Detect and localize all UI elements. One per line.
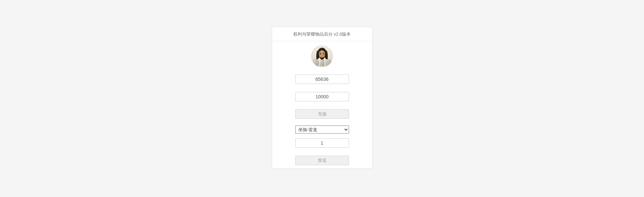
svg-point-2 — [325, 59, 331, 66]
panel-header: 权利与荣耀物品后台 v2.0版本 — [272, 27, 372, 41]
recharge-button[interactable]: 充值 — [295, 109, 349, 119]
panel-title: 权利与荣耀物品后台 v2.0版本 — [293, 31, 351, 37]
svg-point-5 — [320, 54, 321, 54]
item-select[interactable]: 坐骑-雷龙 — [295, 126, 349, 134]
avatar-image — [311, 45, 333, 67]
id-input[interactable] — [295, 75, 349, 84]
svg-point-1 — [313, 59, 319, 66]
avatar — [311, 45, 333, 67]
admin-panel: 权利与荣耀物品后台 v2.0版本 — [272, 27, 373, 169]
svg-point-6 — [323, 54, 324, 54]
send-button[interactable]: 发送 — [295, 156, 349, 165]
quantity-input[interactable] — [295, 138, 349, 148]
panel-body: 充值 坐骑-雷龙 发送 — [272, 41, 372, 168]
svg-rect-3 — [320, 59, 324, 66]
amount-input[interactable] — [295, 92, 349, 101]
